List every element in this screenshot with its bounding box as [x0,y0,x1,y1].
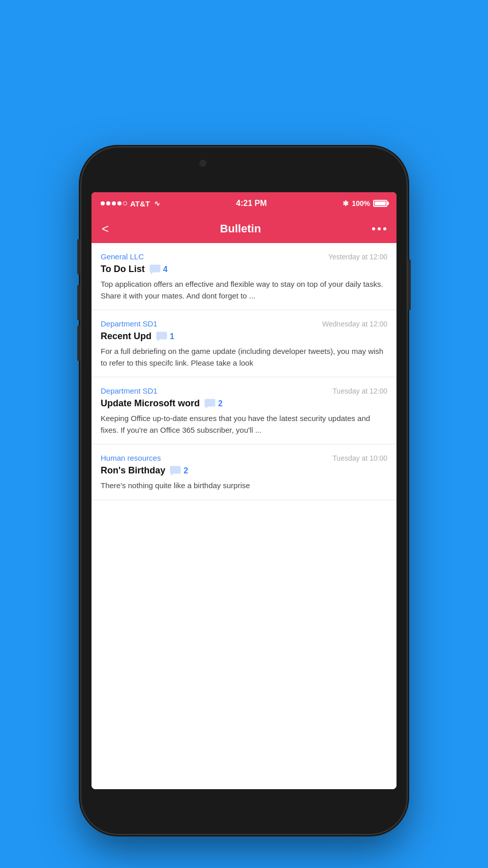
signal-dot-3 [112,201,116,205]
comment-badge-1: 1 [156,332,174,342]
more-dot-3 [383,227,386,230]
item-title-row-0: To Do List 4 [101,264,387,275]
more-dot-2 [378,227,381,230]
comment-count-1: 1 [170,332,174,341]
signal-dot-5 [123,201,127,205]
item-body-2: Keeping Office up-to-date ensures that y… [101,413,387,436]
item-header-2: Department SD1 Tuesday at 12:00 [101,386,387,395]
bluetooth-icon: ✱ [343,199,349,207]
status-right: ✱ 100% [343,199,387,207]
item-title-3: Ron's Birthday [101,465,165,476]
content-area: General LLC Yesterday at 12:00 To Do Lis… [92,243,396,789]
item-header-3: Human resources Tuesday at 10:00 [101,454,387,462]
battery-icon [373,200,387,207]
item-title-0: To Do List [101,264,145,275]
comment-badge-0: 4 [149,264,168,275]
item-org-3: Human resources [101,454,161,462]
phone-mockup: AT&T ∿ 4:21 PM ✱ 100% < Bulletin [81,147,407,834]
item-org-2: Department SD1 [101,386,158,395]
comment-bubble-icon-2 [204,399,216,409]
phone-screen: AT&T ∿ 4:21 PM ✱ 100% < Bulletin [92,192,396,789]
item-org-0: General LLC [101,252,144,261]
item-body-0: Top application offers an effective and … [101,279,387,302]
signal-dot-2 [106,201,110,205]
item-body-3: There's nothing quite like a birthday su… [101,480,387,492]
signal-dot-4 [117,201,121,205]
item-title-row-3: Ron's Birthday 2 [101,465,387,476]
bulletin-item-1[interactable]: Department SD1 Wednesday at 12:00 Recent… [92,310,396,377]
signal-dots [101,201,127,205]
item-title-1: Recent Upd [101,331,151,342]
more-dot-1 [372,227,375,230]
comment-bubble-icon-0 [149,264,161,275]
item-header-1: Department SD1 Wednesday at 12:00 [101,319,387,328]
comment-count-0: 4 [163,265,168,274]
back-button[interactable]: < [102,222,109,236]
bulletin-item-2[interactable]: Department SD1 Tuesday at 12:00 Update M… [92,377,396,444]
comment-count-3: 2 [184,466,188,475]
phone-camera [199,160,206,167]
item-org-1: Department SD1 [101,319,158,328]
comment-bubble-icon-1 [156,332,168,342]
battery-fill [375,201,386,205]
item-time-2: Tuesday at 12:00 [332,387,387,395]
carrier-label: AT&T [130,199,150,208]
item-time-1: Wednesday at 12:00 [322,320,387,328]
nav-title: Bulletin [220,222,261,235]
comment-bubble-icon-3 [169,466,181,476]
bulletin-item-0[interactable]: General LLC Yesterday at 12:00 To Do Lis… [92,243,396,310]
item-body-1: For a full debriefing on the game update… [101,346,387,369]
nav-bar: < Bulletin [92,215,396,243]
status-left: AT&T ∿ [101,199,160,208]
bulletin-item-3[interactable]: Human resources Tuesday at 10:00 Ron's B… [92,444,396,500]
phone-shell: AT&T ∿ 4:21 PM ✱ 100% < Bulletin [81,147,407,834]
item-title-2: Update Microsoft word [101,398,200,409]
wifi-icon: ∿ [154,199,160,207]
status-bar: AT&T ∿ 4:21 PM ✱ 100% [92,192,396,215]
signal-dot-1 [101,201,105,205]
battery-percent: 100% [352,199,370,207]
comment-badge-3: 2 [169,466,188,476]
more-button[interactable] [372,227,386,230]
comment-count-2: 2 [218,399,223,408]
item-time-0: Yesterday at 12:00 [328,253,387,261]
battery-body [373,200,387,207]
item-header-0: General LLC Yesterday at 12:00 [101,252,387,261]
status-time: 4:21 PM [236,199,266,208]
item-title-row-2: Update Microsoft word 2 [101,398,387,409]
comment-badge-2: 2 [204,399,223,409]
item-time-3: Tuesday at 10:00 [332,454,387,462]
item-title-row-1: Recent Upd 1 [101,331,387,342]
